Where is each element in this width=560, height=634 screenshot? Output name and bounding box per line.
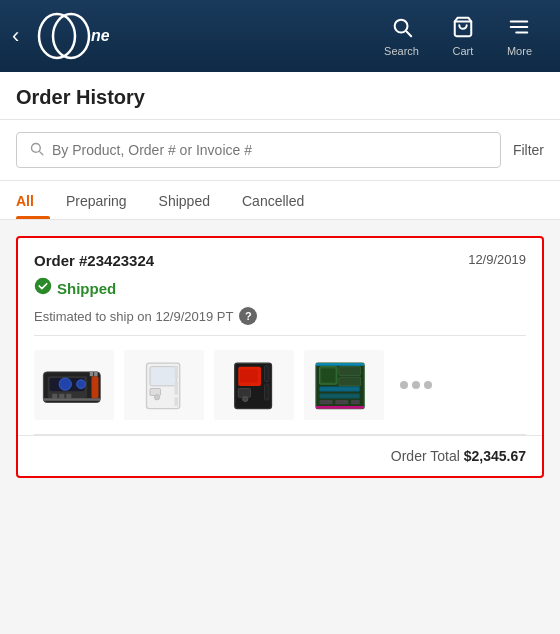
search-icon (29, 141, 44, 159)
svg-rect-36 (265, 384, 269, 400)
search-nav-label: Search (384, 45, 419, 57)
svg-rect-46 (320, 394, 360, 398)
search-input-wrap[interactable] (16, 132, 501, 168)
order-header: Order #23423324 12/9/2019 (18, 238, 542, 275)
filter-button[interactable]: Filter (513, 142, 544, 158)
tab-preparing[interactable]: Preparing (50, 181, 143, 219)
svg-point-15 (59, 378, 71, 390)
order-number: Order #23423324 (34, 252, 154, 269)
svg-point-27 (154, 395, 159, 400)
svg-rect-49 (351, 400, 360, 404)
tabs-container: All Preparing Shipped Cancelled (0, 181, 560, 220)
more-dots (394, 381, 432, 389)
dot-3 (424, 381, 432, 389)
content-area: Order #23423324 12/9/2019 Shipped Estima… (0, 220, 560, 494)
svg-rect-22 (90, 371, 94, 376)
navbar-actions: Search Cart More (368, 8, 548, 65)
help-icon[interactable]: ? (239, 307, 257, 325)
svg-point-16 (77, 380, 86, 389)
estimate-text: Estimated to ship on 12/9/2019 PT (34, 309, 233, 324)
svg-rect-18 (59, 394, 64, 398)
cart-nav-button[interactable]: Cart (435, 8, 491, 65)
svg-rect-47 (320, 400, 333, 404)
tab-cancelled[interactable]: Cancelled (226, 181, 320, 219)
product-thumb-case-white (124, 350, 204, 420)
svg-rect-29 (175, 382, 179, 395)
svg-rect-45 (320, 387, 360, 391)
cart-nav-icon (452, 16, 474, 41)
svg-rect-37 (240, 369, 258, 382)
page-title: Order History (16, 86, 544, 109)
tab-all[interactable]: All (16, 181, 50, 219)
page-title-bar: Order History (0, 72, 560, 120)
svg-line-4 (406, 31, 411, 36)
order-total-amount: $2,345.67 (464, 448, 526, 464)
svg-rect-25 (150, 367, 176, 386)
svg-point-11 (35, 278, 52, 295)
svg-rect-23 (94, 371, 98, 376)
svg-rect-48 (335, 400, 348, 404)
svg-rect-28 (175, 366, 179, 379)
svg-rect-40 (321, 368, 335, 382)
search-input[interactable] (52, 142, 488, 158)
svg-rect-35 (265, 366, 269, 382)
tab-shipped[interactable]: Shipped (143, 181, 226, 219)
search-nav-icon (391, 16, 413, 41)
order-date: 12/9/2019 (468, 252, 526, 267)
product-thumb-motherboard (304, 350, 384, 420)
svg-point-9 (32, 144, 41, 153)
shipped-icon (34, 277, 52, 299)
order-status: Shipped (18, 275, 542, 305)
search-bar-container: Filter (0, 120, 560, 181)
svg-point-34 (243, 396, 248, 401)
product-thumb-case-black (214, 350, 294, 420)
more-nav-button[interactable]: More (491, 8, 548, 65)
svg-rect-33 (238, 389, 250, 398)
more-nav-icon (508, 16, 530, 41)
svg-rect-26 (150, 389, 161, 396)
cart-nav-label: Cart (453, 45, 474, 57)
svg-point-3 (394, 19, 407, 32)
more-nav-label: More (507, 45, 532, 57)
dot-2 (412, 381, 420, 389)
status-text: Shipped (57, 280, 116, 297)
order-total-label: Order Total (391, 448, 460, 464)
back-button[interactable]: ‹ (12, 25, 19, 47)
svg-rect-17 (52, 394, 57, 398)
order-footer: Order Total $2,345.67 (18, 435, 542, 476)
dot-1 (400, 381, 408, 389)
svg-rect-30 (175, 397, 179, 406)
order-card[interactable]: Order #23423324 12/9/2019 Shipped Estima… (16, 236, 544, 478)
svg-rect-42 (316, 406, 364, 409)
logo[interactable]: newegg (29, 11, 109, 61)
svg-line-10 (40, 152, 43, 155)
svg-rect-43 (339, 367, 361, 376)
svg-rect-21 (92, 376, 99, 398)
product-thumb-gpu (34, 350, 114, 420)
order-estimate: Estimated to ship on 12/9/2019 PT ? (18, 305, 542, 335)
svg-rect-19 (66, 394, 71, 398)
search-nav-button[interactable]: Search (368, 8, 435, 65)
svg-rect-44 (339, 377, 361, 386)
svg-rect-20 (43, 398, 100, 401)
navbar: ‹ newegg Search (0, 0, 560, 72)
svg-rect-41 (316, 363, 364, 366)
svg-text:newegg: newegg (91, 27, 109, 44)
products-row (18, 336, 542, 434)
